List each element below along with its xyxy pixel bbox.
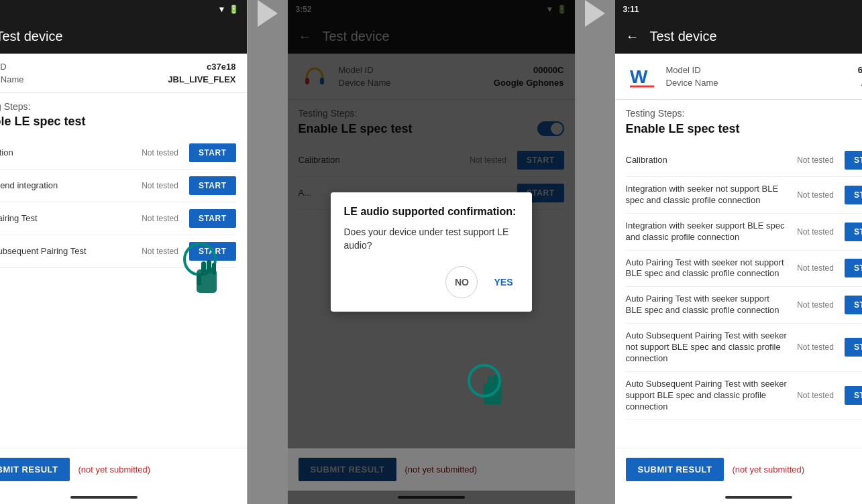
arrow-2 bbox=[575, 0, 615, 27]
device-card-3: W Model ID 6EDAF7 Device Name Allegro bbox=[615, 54, 863, 100]
cursor-container-2 bbox=[474, 371, 511, 417]
testing-steps-label-3: Testing Steps: bbox=[626, 108, 863, 119]
svg-rect-4 bbox=[197, 275, 201, 286]
model-id-row-1: Model ID c37e18 bbox=[0, 60, 236, 73]
start-button-3-4[interactable]: START bbox=[845, 296, 862, 314]
modal-yes-button-2[interactable]: YES bbox=[488, 266, 518, 298]
arrow-shape-2 bbox=[585, 0, 605, 27]
modal-box-2: LE audio supported confirmation: Does yo… bbox=[331, 192, 532, 311]
model-id-label-1: Model ID bbox=[0, 62, 7, 72]
model-id-value-3: 6EDAF7 bbox=[858, 65, 862, 75]
test-row-1-1: End-to-end integration Not tested START bbox=[0, 170, 236, 202]
testing-steps-label-1: Testing Steps: bbox=[0, 101, 236, 112]
status-time-3: 3:11 bbox=[623, 5, 639, 14]
submit-button-1[interactable]: SUBMIT RESULT bbox=[0, 458, 70, 481]
toolbar-1: ← Test device bbox=[0, 19, 247, 54]
svg-rect-1 bbox=[201, 261, 206, 275]
test-status-3-3: Not tested bbox=[794, 263, 834, 273]
not-submitted-1: (not yet submitted) bbox=[78, 464, 150, 475]
home-bar-3 bbox=[725, 496, 792, 499]
enable-le-title-1: Enable LE spec test bbox=[0, 115, 86, 129]
start-button-3-3[interactable]: START bbox=[845, 259, 862, 277]
test-row-3-1: Integration with seeker not support BLE … bbox=[626, 177, 863, 214]
start-button-1-1[interactable]: START bbox=[189, 176, 236, 195]
test-name-3-1: Integration with seeker not support BLE … bbox=[626, 184, 788, 206]
test-name-1-3: Auto Subsequent Pairing Test bbox=[0, 246, 133, 257]
modal-no-button-2[interactable]: NO bbox=[445, 266, 478, 298]
svg-rect-3 bbox=[212, 263, 216, 275]
device-name-row-1: Device Name JBL_LIVE_FLEX bbox=[0, 73, 236, 86]
test-status-3-1: Not tested bbox=[794, 190, 834, 200]
not-submitted-3: (not yet submitted) bbox=[732, 464, 804, 475]
enable-le-row-1: Enable LE spec test bbox=[0, 115, 236, 129]
phone-2: 3:52 ▼ 🔋 ← Test device Model ID 00000C D… bbox=[288, 0, 575, 504]
device-name-value-1: JBL_LIVE_FLEX bbox=[168, 74, 235, 84]
test-name-3-3: Auto Pairing Test with seeker not suppor… bbox=[626, 257, 788, 280]
model-id-label-3: Model ID bbox=[666, 65, 701, 75]
back-button-3[interactable]: ← bbox=[626, 29, 639, 44]
submit-area-3: SUBMIT RESULT (not yet submitted) bbox=[615, 448, 863, 491]
test-status-3-2: Not tested bbox=[794, 227, 834, 237]
status-bar-1: 1:55 ▼ 🔋 bbox=[0, 0, 247, 19]
tap-circle-2 bbox=[468, 364, 501, 397]
home-bar-1 bbox=[70, 496, 138, 499]
test-status-3-6: Not tested bbox=[794, 391, 834, 400]
modal-title-2: LE audio supported confirmation: bbox=[344, 206, 519, 218]
device-card-1: Model ID c37e18 Device Name JBL_LIVE_FLE… bbox=[0, 54, 247, 93]
test-row-3-6: Auto Subsequent Pairing Test with seeker… bbox=[626, 372, 863, 420]
start-button-3-1[interactable]: START bbox=[845, 186, 862, 204]
cursor-hand-1 bbox=[186, 256, 227, 303]
toolbar-title-1: Test device bbox=[0, 29, 63, 44]
start-button-1-0[interactable]: START bbox=[189, 143, 236, 162]
start-button-3-0[interactable]: START bbox=[845, 151, 862, 170]
enable-le-title-3: Enable LE spec test bbox=[626, 122, 740, 136]
model-id-value-1: c37e18 bbox=[207, 62, 235, 72]
test-row-3-5: Auto Subsequent Pairing Test with seeker… bbox=[626, 324, 863, 372]
svg-text:W: W bbox=[630, 66, 648, 87]
start-button-1-2[interactable]: START bbox=[189, 209, 236, 228]
test-status-3-0: Not tested bbox=[794, 155, 834, 165]
device-name-label-1: Device Name bbox=[0, 74, 24, 84]
toolbar-title-3: Test device bbox=[650, 29, 717, 44]
test-row-3-4: Auto Pairing Test with seeker support BL… bbox=[626, 287, 863, 324]
modal-overlay-2: LE audio supported confirmation: Does yo… bbox=[288, 0, 575, 504]
test-name-1-1: End-to-end integration bbox=[0, 180, 133, 192]
home-indicator-3 bbox=[615, 491, 863, 504]
device-name-label-3: Device Name bbox=[666, 78, 718, 88]
device-icon-3: W bbox=[626, 60, 658, 92]
start-button-3-5[interactable]: START bbox=[845, 338, 862, 357]
test-name-3-0: Calibration bbox=[626, 155, 788, 166]
modal-body-2: Does your device under test support LE a… bbox=[344, 226, 519, 252]
battery-icon-1: 🔋 bbox=[229, 5, 239, 14]
enable-le-row-3: Enable LE spec test bbox=[626, 121, 863, 136]
start-button-3-6[interactable]: START bbox=[845, 386, 862, 405]
test-status-3-5: Not tested bbox=[794, 342, 834, 352]
submit-area-1: SUBMIT RESULT (not yet submitted) bbox=[0, 448, 247, 491]
test-status-1-0: Not tested bbox=[138, 148, 178, 158]
device-info-1: Model ID c37e18 Device Name JBL_LIVE_FLE… bbox=[0, 60, 236, 86]
test-row-1-0: Calibration Not tested START bbox=[0, 137, 236, 170]
status-icons-1: ▼ 🔋 bbox=[218, 5, 239, 14]
test-name-3-5: Auto Subsequent Pairing Test with seeker… bbox=[626, 330, 788, 365]
arrow-1 bbox=[248, 0, 288, 27]
test-row-3-3: Auto Pairing Test with seeker not suppor… bbox=[626, 251, 863, 288]
test-status-1-2: Not tested bbox=[138, 214, 178, 223]
test-row-3-0: Calibration Not tested START bbox=[626, 144, 863, 177]
test-name-3-6: Auto Subsequent Pairing Test with seeker… bbox=[626, 379, 788, 413]
modal-buttons-2: NO YES bbox=[344, 266, 519, 298]
test-status-1-1: Not tested bbox=[138, 181, 178, 190]
test-name-1-2: Auto Pairing Test bbox=[0, 213, 133, 225]
model-id-row-3: Model ID 6EDAF7 bbox=[666, 64, 863, 76]
test-name-3-2: Integration with seeker support BLE spec… bbox=[626, 220, 788, 243]
content-3: Testing Steps: Enable LE spec test Calib… bbox=[615, 100, 863, 448]
svg-rect-2 bbox=[207, 260, 211, 273]
test-row-1-2: Auto Pairing Test Not tested START bbox=[0, 202, 236, 235]
device-name-row-3: Device Name Allegro bbox=[666, 76, 863, 89]
status-bar-3: 3:11 ▼ 🔋 bbox=[615, 0, 863, 19]
submit-button-3[interactable]: SUBMIT RESULT bbox=[626, 458, 724, 481]
device-info-3: Model ID 6EDAF7 Device Name Allegro bbox=[666, 64, 863, 89]
start-button-3-2[interactable]: START bbox=[845, 223, 862, 241]
arrow-shape-1 bbox=[258, 0, 278, 27]
toolbar-3: ← Test device bbox=[615, 19, 863, 54]
test-status-1-3: Not tested bbox=[138, 247, 178, 256]
